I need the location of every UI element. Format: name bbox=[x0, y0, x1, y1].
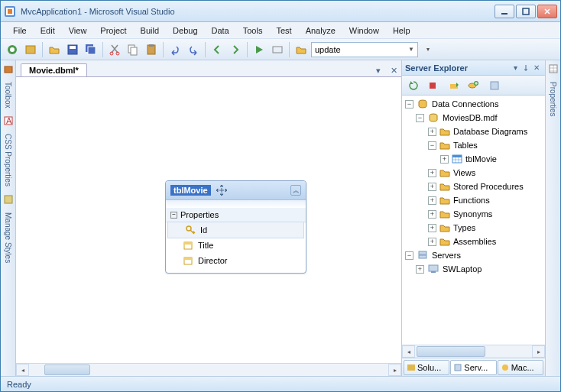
config-combo[interactable]: update▼ bbox=[311, 42, 418, 57]
solution-explorer-tab[interactable]: Solu... bbox=[404, 360, 449, 375]
refresh-button[interactable] bbox=[405, 77, 422, 94]
collapse-icon[interactable]: − bbox=[416, 114, 424, 122]
svg-point-43 bbox=[502, 364, 508, 371]
manage-styles-tab[interactable]: Manage Styles bbox=[4, 209, 12, 266]
toolbox-tab[interactable]: Toolbox bbox=[4, 79, 12, 111]
horizontal-scrollbar[interactable]: ◂▸ bbox=[16, 363, 401, 376]
collapse-section-icon[interactable]: − bbox=[170, 212, 177, 219]
save-button[interactable] bbox=[64, 41, 81, 58]
document-tab[interactable]: Movie.dbml* bbox=[21, 63, 87, 76]
open-button[interactable] bbox=[46, 41, 63, 58]
undo-button[interactable] bbox=[167, 41, 183, 58]
svg-rect-18 bbox=[273, 47, 282, 53]
save-all-button[interactable] bbox=[83, 41, 99, 58]
collapse-button[interactable]: ︽ bbox=[290, 185, 301, 196]
paste-button[interactable] bbox=[143, 41, 160, 58]
menu-data[interactable]: Data bbox=[206, 24, 235, 37]
tree-tblmovie[interactable]: +tblMovie bbox=[402, 152, 545, 166]
menu-window[interactable]: Window bbox=[343, 24, 385, 37]
expand-icon[interactable]: + bbox=[440, 155, 449, 164]
collapse-icon[interactable]: − bbox=[428, 141, 436, 150]
status-bar: Ready bbox=[1, 376, 560, 391]
tree-scrollbar[interactable]: ◂▸ bbox=[402, 345, 545, 358]
panel-dropdown-button[interactable]: ▾ bbox=[510, 63, 520, 73]
tree-db-diagrams[interactable]: +Database Diagrams bbox=[402, 125, 545, 138]
entity-field-title[interactable]: Title bbox=[166, 238, 306, 253]
entity-section-header[interactable]: − Properties bbox=[166, 208, 306, 222]
add-connection-button[interactable] bbox=[465, 77, 482, 94]
stop-button[interactable] bbox=[424, 77, 441, 94]
svg-rect-41 bbox=[407, 364, 415, 371]
tree-data-connections[interactable]: −Data Connections bbox=[402, 97, 545, 111]
config-more-button[interactable]: ▾ bbox=[420, 41, 436, 58]
tree-sprocs[interactable]: +Stored Procedures bbox=[402, 180, 545, 193]
css-icon[interactable]: A bbox=[3, 115, 14, 126]
menu-build[interactable]: Build bbox=[135, 24, 165, 37]
minimize-button[interactable] bbox=[495, 5, 514, 18]
properties-tab[interactable]: Properties bbox=[549, 79, 557, 120]
panel-pin-button[interactable] bbox=[520, 63, 531, 73]
tab-dropdown-button[interactable]: ▾ bbox=[372, 64, 384, 76]
macro-explorer-tab[interactable]: Mac... bbox=[498, 360, 543, 375]
menu-project[interactable]: Project bbox=[94, 24, 132, 37]
styles-icon[interactable] bbox=[3, 194, 14, 205]
redo-button[interactable] bbox=[185, 41, 202, 58]
nav-back-button[interactable] bbox=[209, 41, 225, 58]
tree-functions[interactable]: +Functions bbox=[402, 193, 545, 207]
tree-types[interactable]: +Types bbox=[402, 221, 545, 235]
menu-tools[interactable]: Tools bbox=[237, 24, 269, 37]
expand-icon[interactable]: + bbox=[428, 196, 436, 205]
expand-icon[interactable]: + bbox=[428, 238, 436, 246]
maximize-button[interactable] bbox=[516, 5, 536, 18]
new-project-button[interactable] bbox=[4, 41, 21, 58]
tab-close-button[interactable]: ✕ bbox=[388, 64, 400, 76]
tree-assemblies[interactable]: +Assemblies bbox=[402, 235, 545, 248]
menu-debug[interactable]: Debug bbox=[167, 24, 203, 37]
collapse-icon[interactable]: − bbox=[405, 251, 413, 260]
cut-button[interactable] bbox=[106, 41, 123, 58]
new-website-button[interactable] bbox=[22, 41, 39, 58]
expand-icon[interactable]: + bbox=[428, 128, 436, 136]
designer-canvas[interactable]: tblMovie ︽ − Properties Id Title bbox=[16, 77, 401, 363]
toolbox-icon[interactable] bbox=[3, 63, 14, 74]
nav-fwd-button[interactable] bbox=[227, 41, 244, 58]
start-debug-button[interactable] bbox=[251, 41, 268, 58]
copy-button[interactable] bbox=[125, 41, 141, 58]
entity-header[interactable]: tblMovie ︽ bbox=[166, 181, 306, 200]
entity-field-id[interactable]: Id bbox=[167, 222, 304, 238]
browse-config-button[interactable] bbox=[293, 41, 310, 58]
tree-views[interactable]: +Views bbox=[402, 166, 545, 180]
expand-icon[interactable]: + bbox=[428, 169, 436, 177]
key-icon bbox=[185, 225, 196, 235]
menu-edit[interactable]: Edit bbox=[34, 24, 61, 37]
panel-close-button[interactable]: ✕ bbox=[531, 63, 542, 73]
menu-view[interactable]: View bbox=[63, 24, 93, 37]
menu-help[interactable]: Help bbox=[387, 24, 417, 37]
debug-target-button[interactable] bbox=[269, 41, 286, 58]
expand-icon[interactable]: + bbox=[428, 183, 436, 191]
connect-button[interactable] bbox=[446, 77, 462, 94]
tree-swlaptop[interactable]: +SWLaptop bbox=[402, 262, 545, 276]
move-handle-icon[interactable] bbox=[216, 184, 228, 196]
server-button[interactable] bbox=[486, 77, 503, 94]
expand-icon[interactable]: + bbox=[428, 224, 436, 232]
entity-tblmovie[interactable]: tblMovie ︽ − Properties Id Title bbox=[165, 180, 306, 274]
tree-synonyms[interactable]: +Synonyms bbox=[402, 207, 545, 221]
css-properties-tab[interactable]: CSS Properties bbox=[4, 131, 12, 190]
menu-analyze[interactable]: Analyze bbox=[300, 24, 342, 37]
menu-test[interactable]: Test bbox=[270, 24, 297, 37]
entity-field-director[interactable]: Director bbox=[166, 253, 306, 268]
server-explorer-tab[interactable]: Serv... bbox=[450, 360, 496, 375]
svg-rect-39 bbox=[429, 265, 438, 271]
entity-name[interactable]: tblMovie bbox=[170, 185, 211, 196]
menu-file[interactable]: File bbox=[7, 24, 33, 37]
expand-icon[interactable]: + bbox=[416, 265, 424, 274]
collapse-icon[interactable]: − bbox=[405, 100, 413, 109]
folder-icon bbox=[439, 209, 450, 219]
properties-icon[interactable] bbox=[548, 63, 559, 74]
expand-icon[interactable]: + bbox=[428, 210, 436, 219]
tree-tables[interactable]: −Tables bbox=[402, 138, 545, 152]
tree-servers[interactable]: −Servers bbox=[402, 248, 545, 262]
close-button[interactable] bbox=[537, 5, 557, 18]
tree-moviesdb[interactable]: −MoviesDB.mdf bbox=[402, 111, 545, 125]
